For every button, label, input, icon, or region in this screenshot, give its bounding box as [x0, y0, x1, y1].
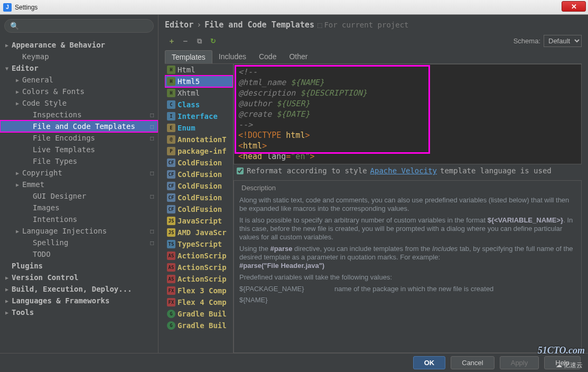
file-icon: G	[167, 310, 175, 318]
file-icon: CF	[167, 193, 175, 202]
template-enum[interactable]: EEnum	[165, 122, 233, 134]
project-icon: ⬚	[150, 193, 154, 200]
template-list[interactable]: HHtmlHHtml5HXhtmlCClassIInterfaceEEnum@A…	[165, 64, 234, 353]
file-icon: TS	[167, 240, 175, 248]
file-icon: FX	[167, 286, 175, 295]
code-editor[interactable]: <!-- @html_name ${NAME} @description ${D…	[234, 64, 582, 164]
sidebar-item-editor[interactable]: ▼Editor	[0, 62, 158, 74]
close-button[interactable]: ✕	[562, 1, 586, 12]
breadcrumb-editor[interactable]: Editor	[165, 20, 193, 30]
template-actionscrip[interactable]: ASActionScrip	[165, 262, 233, 273]
sidebar-item-images[interactable]: Images	[0, 202, 158, 213]
sidebar-item-build-execution-deploy-[interactable]: ▶Build, Execution, Deploy...	[0, 283, 158, 295]
template-package-inf[interactable]: Ppackage-inf	[165, 145, 233, 157]
file-icon: H	[167, 77, 175, 86]
sidebar-item-keymap[interactable]: Keymap	[0, 51, 158, 62]
template-class[interactable]: CClass	[165, 99, 233, 110]
sidebar-item-spelling[interactable]: Spelling⬚	[0, 237, 158, 248]
remove-button[interactable]: −	[181, 36, 190, 46]
app-icon: J	[3, 3, 12, 12]
project-icon: ⬚	[150, 111, 154, 118]
template-coldfusion[interactable]: CFColdFusion	[165, 203, 233, 215]
sidebar-item-file-types[interactable]: File Types	[0, 155, 158, 167]
sidebar-item-file-and-code-templates[interactable]: File and Code Templates⬚	[0, 120, 158, 132]
sidebar-item-emmet[interactable]: ▶Emmet	[0, 179, 158, 190]
settings-sidebar: 🔍 ▶Appearance & BehaviorKeymap▼Editor▶Ge…	[0, 15, 158, 353]
file-icon: AS	[167, 252, 175, 260]
sidebar-item-languages-frameworks[interactable]: ▶Languages & Frameworks	[0, 295, 158, 306]
tab-other[interactable]: Other	[283, 50, 314, 63]
template-coldfusion[interactable]: CFColdFusion	[165, 169, 233, 180]
file-icon: @	[167, 135, 175, 144]
sidebar-item-file-encodings[interactable]: File Encodings⬚	[0, 132, 158, 144]
breadcrumb: Editor › File and Code Templates ⬚For cu…	[165, 20, 582, 30]
file-icon: JS	[167, 217, 175, 225]
help-button[interactable]: Help	[544, 356, 581, 369]
cancel-button[interactable]: Cancel	[451, 356, 494, 369]
template-flex-3-comp[interactable]: FXFlex 3 Comp	[165, 285, 233, 296]
breadcrumb-current: File and Code Templates	[204, 20, 314, 30]
template-flex-4-comp[interactable]: FXFlex 4 Comp	[165, 296, 233, 308]
search-input[interactable]: 🔍	[4, 19, 154, 33]
refresh-button[interactable]: ↻	[208, 36, 218, 46]
reformat-checkbox[interactable]	[237, 168, 244, 174]
add-button[interactable]: +	[167, 36, 176, 46]
description-panel: Description Along with static text, code…	[234, 180, 582, 353]
ok-button[interactable]: OK	[413, 356, 446, 369]
template-gradle-buil[interactable]: GGradle Buil	[165, 320, 233, 331]
copy-button[interactable]: ⧉	[194, 36, 204, 46]
apply-button[interactable]: Apply	[500, 356, 539, 369]
file-icon: H	[167, 89, 175, 97]
template-javascript[interactable]: JSJavaScript	[165, 215, 233, 227]
sidebar-item-version-control[interactable]: ▶Version Control	[0, 272, 158, 283]
search-icon: 🔍	[10, 22, 19, 30]
sidebar-item-copyright[interactable]: ▶Copyright⬚	[0, 167, 158, 179]
template-actionscrip[interactable]: ASActionScrip	[165, 273, 233, 285]
template-interface[interactable]: IInterface	[165, 110, 233, 122]
sidebar-item-gui-designer[interactable]: GUI Designer⬚	[0, 190, 158, 202]
sidebar-item-code-style[interactable]: ▶Code Style	[0, 97, 158, 109]
tab-templates[interactable]: Templates	[165, 50, 212, 63]
template-typescript[interactable]: TSTypeScript	[165, 238, 233, 250]
file-icon: E	[167, 124, 175, 132]
sidebar-item-inspections[interactable]: Inspections⬚	[0, 109, 158, 120]
file-icon: G	[167, 321, 175, 330]
file-icon: CF	[167, 170, 175, 179]
sidebar-item-language-injections[interactable]: ▶Language Injections⬚	[0, 225, 158, 237]
file-icon: I	[167, 112, 175, 120]
velocity-link[interactable]: Apache Velocity	[370, 166, 437, 175]
sidebar-item-todo[interactable]: TODO	[0, 248, 158, 260]
tab-code[interactable]: Code	[253, 50, 283, 63]
sidebar-item-appearance-behavior[interactable]: ▶Appearance & Behavior	[0, 39, 158, 51]
schema-select[interactable]: Default	[544, 35, 582, 47]
sidebar-item-intentions[interactable]: Intentions	[0, 213, 158, 225]
template-coldfusion[interactable]: CFColdFusion	[165, 192, 233, 203]
file-icon: H	[167, 66, 175, 74]
sidebar-item-colors-fonts[interactable]: ▶Colors & Fonts	[0, 86, 158, 97]
window-title: Settings	[15, 4, 38, 11]
file-icon: AS	[167, 263, 175, 272]
tab-includes[interactable]: Includes	[212, 50, 253, 63]
schema-label: Schema:	[514, 37, 540, 45]
file-icon: AS	[167, 275, 175, 283]
title-bar: J Settings ✕	[0, 0, 588, 15]
sidebar-item-tools[interactable]: ▶Tools	[0, 306, 158, 318]
template-amd-javascr[interactable]: JSAMD JavaScr	[165, 227, 233, 238]
reformat-label: Reformat according to style	[247, 166, 367, 175]
file-icon: CF	[167, 205, 175, 213]
sidebar-item-plugins[interactable]: Plugins	[0, 260, 158, 272]
template-actionscrip[interactable]: ASActionScrip	[165, 250, 233, 262]
template-annotationt[interactable]: @AnnotationT	[165, 134, 233, 145]
template-xhtml[interactable]: HXhtml	[165, 87, 233, 99]
template-html[interactable]: HHtml	[165, 64, 233, 76]
sidebar-item-general[interactable]: ▶General	[0, 74, 158, 86]
template-coldfusion[interactable]: CFColdFusion	[165, 157, 233, 169]
template-coldfusion[interactable]: CFColdFusion	[165, 180, 233, 192]
file-icon: JS	[167, 228, 175, 237]
template-gradle-buil[interactable]: GGradle Buil	[165, 308, 233, 320]
sidebar-item-live-templates[interactable]: Live Templates	[0, 144, 158, 155]
file-icon: C	[167, 100, 175, 109]
project-icon: ⬚	[150, 170, 154, 176]
template-html5[interactable]: HHtml5	[165, 76, 233, 87]
file-icon: P	[167, 147, 175, 155]
